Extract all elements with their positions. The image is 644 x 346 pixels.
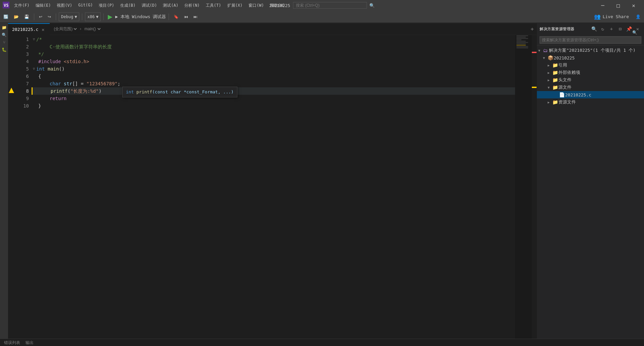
- sidebar-new-file-button[interactable]: +: [608, 25, 615, 33]
- run-button[interactable]: ▶: [106, 13, 114, 20]
- project-icon: 📦: [548, 55, 554, 60]
- activity-search[interactable]: 🔍: [1, 32, 7, 38]
- step-fwd-button[interactable]: ⏭: [191, 12, 199, 21]
- tab-bar: 20210225.c ✕ (全局范围) › main() +: [8, 23, 537, 35]
- ac-func: printf: [136, 89, 152, 94]
- tree-references[interactable]: ▶ 📁 引用: [537, 61, 644, 69]
- autocomplete-popup[interactable]: int printf(const char *const_Format, ...…: [122, 87, 237, 97]
- code-8-printf: printf: [39, 87, 67, 95]
- tab-20210225[interactable]: 20210225.c ✕: [8, 23, 50, 35]
- sidebar-refresh-button[interactable]: ↻: [599, 25, 606, 33]
- platform-dropdown[interactable]: x86 ▼: [85, 12, 101, 21]
- title-center: 20210225 🔍: [269, 2, 375, 9]
- sidebar-collapse-button[interactable]: ⊟: [616, 25, 624, 33]
- tab-error-list[interactable]: 错误列表: [3, 339, 21, 346]
- code-7-char: char: [38, 80, 64, 87]
- debug-config-dropdown[interactable]: Debug ▼: [59, 12, 79, 21]
- redo-button[interactable]: ↪: [46, 12, 53, 21]
- run-label: ▶ 本地 Windows 调试器: [115, 14, 166, 20]
- tree-source-files[interactable]: ▼ 📁 源文件: [537, 84, 644, 91]
- undo-button[interactable]: ↩: [37, 12, 44, 21]
- code-line-2: C-使用函数计算字符串的长度: [32, 43, 515, 50]
- menu-file[interactable]: 文件(F): [11, 1, 32, 10]
- left-gutter: [8, 35, 15, 339]
- file-label: 20210225.c: [565, 92, 644, 97]
- solution-arrow-icon: ▼: [538, 49, 543, 52]
- tree-solution-root[interactable]: ▼ 🗂 解决方案"20210225"(1 个项目/共 1 个): [537, 47, 644, 54]
- tab-close-button[interactable]: ✕: [40, 27, 46, 32]
- sidebar-pin-button[interactable]: 📌: [625, 25, 633, 33]
- save-button[interactable]: 💾: [22, 12, 31, 21]
- tab-output[interactable]: 输出: [24, 339, 35, 346]
- minimap-line-2: [516, 37, 526, 38]
- close-button[interactable]: ✕: [626, 0, 641, 11]
- menu-project[interactable]: 项目(P): [96, 1, 117, 10]
- ac-type: int: [126, 89, 134, 94]
- activity-bar: 📁 🔍 ⑂ 🐛: [0, 23, 8, 339]
- activity-debug[interactable]: 🐛: [1, 46, 7, 53]
- code-8-paren-open: (: [67, 87, 70, 95]
- solution-search-input[interactable]: [540, 36, 641, 44]
- minimap-line-4: [516, 39, 521, 40]
- menu-view[interactable]: 视图(V): [54, 1, 75, 10]
- code-line-9: return: [32, 95, 515, 102]
- tree-external-deps[interactable]: ▶ 📁 外部依赖项: [537, 69, 644, 76]
- activity-git[interactable]: ⑂: [1, 39, 7, 46]
- tree-resources[interactable]: ▶ 📁 资源文件: [537, 98, 644, 106]
- account-button[interactable]: 👤: [634, 12, 643, 21]
- line-num-10: 10: [15, 102, 29, 110]
- breadcrumb-separator: ›: [79, 27, 82, 31]
- step-back-button[interactable]: ⏮: [182, 12, 190, 21]
- editor-area: 20210225.c ✕ (全局范围) › main() +: [8, 23, 537, 339]
- menu-debug[interactable]: 调试(D): [139, 1, 160, 10]
- activity-explorer[interactable]: 📁: [1, 24, 7, 31]
- tree-file-20210225[interactable]: ▶ 📄 20210225.c: [537, 91, 644, 98]
- add-file-icon[interactable]: +: [531, 26, 534, 32]
- live-share-button[interactable]: 👥 Live Share: [591, 12, 632, 21]
- menu-git[interactable]: Git(G): [76, 1, 95, 10]
- code-content[interactable]: ▽ /* C-使用函数计算字符串的长度 */ #include <stdio.h…: [32, 35, 515, 339]
- bookmark-button[interactable]: 🔖: [172, 12, 181, 21]
- line-num-7: 7: [15, 80, 29, 87]
- function-dropdown[interactable]: main(): [83, 26, 102, 32]
- tree-headers[interactable]: ▶ 📁 头文件: [537, 76, 644, 84]
- solution-search: 🔍: [537, 35, 644, 45]
- headers-icon: 📁: [552, 77, 558, 83]
- minimize-button[interactable]: ─: [595, 0, 610, 11]
- code-editor: 1 2 3 4 5 6 7 8 9 10 ▽ /*: [8, 35, 537, 339]
- sidebar-header: 解决方案资源管理器 🔍 ↻ + ⊟ 📌 ✕: [537, 23, 644, 35]
- ext-deps-label: 外部依赖项: [558, 70, 644, 76]
- code-7-bracket: [] =: [72, 80, 86, 87]
- code-5-kw: int: [36, 65, 48, 73]
- open-button[interactable]: 📂: [12, 12, 21, 21]
- svg-text:VS: VS: [4, 3, 8, 8]
- menu-build[interactable]: 生成(B): [118, 1, 138, 10]
- new-project-button[interactable]: 🔃: [1, 12, 10, 21]
- fold-5[interactable]: ▽: [33, 65, 35, 73]
- menu-extensions[interactable]: 扩展(X): [225, 1, 245, 10]
- line-num-9: 9: [15, 95, 29, 102]
- maximize-button[interactable]: □: [610, 0, 626, 11]
- fold-1[interactable]: ▽: [33, 36, 35, 43]
- minimap-line-5: [516, 41, 526, 42]
- line-num-6: 6: [15, 73, 29, 80]
- code-line-4: #include <stdio.h>: [32, 58, 515, 65]
- separator-2: [56, 13, 56, 20]
- menu-test[interactable]: 测试(A): [160, 1, 181, 10]
- code-7-str: "123456789": [86, 80, 118, 87]
- menu-edit[interactable]: 编辑(E): [33, 1, 54, 10]
- global-search-input[interactable]: [293, 2, 367, 9]
- sidebar-title: 解决方案资源管理器: [540, 27, 574, 32]
- gutter-6: [8, 72, 15, 79]
- menu-window[interactable]: 窗口(W): [246, 1, 267, 10]
- headers-arrow-icon: ▶: [548, 78, 552, 82]
- code-line-10: }: [32, 102, 515, 110]
- menu-tools[interactable]: 工具(T): [203, 1, 224, 10]
- toolbar: 🔃 📂 💾 ↩ ↪ Debug ▼ x86 ▼ ▶ ▶ 本地 Windows 调…: [0, 11, 644, 23]
- menu-analyze[interactable]: 分析(N): [182, 1, 202, 10]
- minimap-line-7: [516, 43, 526, 44]
- scope-dropdown[interactable]: (全局范围): [52, 26, 78, 32]
- tree-project[interactable]: ▼ 📦 20210225: [537, 54, 644, 61]
- sidebar-search-button[interactable]: 🔍: [590, 25, 598, 33]
- resources-label: 资源文件: [558, 99, 644, 105]
